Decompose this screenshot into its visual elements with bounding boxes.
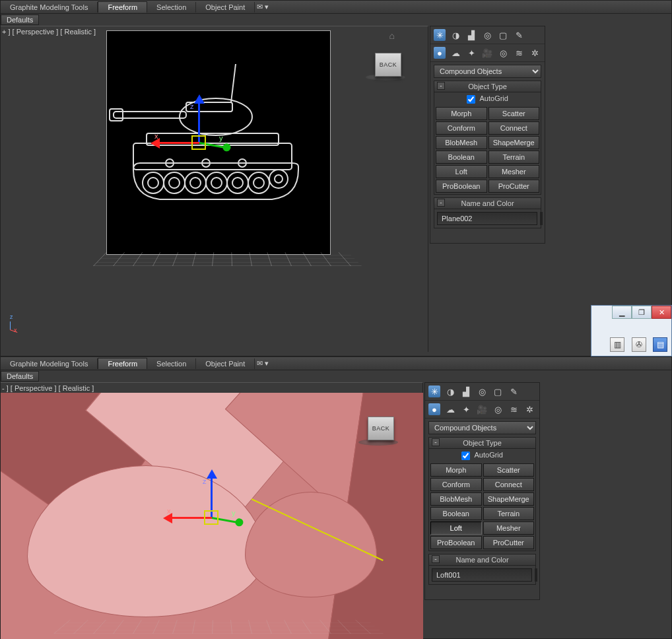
object-type-conform[interactable]: Conform	[436, 121, 487, 135]
object-type-morph[interactable]: Morph	[436, 107, 487, 120]
ribbon-tab-graphite[interactable]: Graphite Modeling Tools	[1, 358, 98, 369]
tool-icon-1[interactable]: ▥	[610, 337, 624, 352]
systems-icon[interactable]: ✲	[523, 403, 535, 415]
autogrid-checkbox[interactable]	[461, 452, 470, 460]
utilities-tab-icon[interactable]: ✎	[513, 29, 525, 41]
object-type-proboolean[interactable]: ProBoolean	[436, 180, 487, 193]
object-type-terrain[interactable]: Terrain	[483, 507, 535, 520]
rollout-head-object-type[interactable]: - Object Type	[429, 438, 535, 449]
window-minimize-button[interactable]: ▁	[612, 306, 632, 319]
defaults-button[interactable]: Defaults	[1, 371, 39, 382]
rollout-head-name-color[interactable]: - Name and Color	[429, 555, 535, 566]
create-tab-icon[interactable]: ✳	[434, 29, 446, 41]
category-dropdown[interactable]: Compound Objects	[428, 421, 536, 434]
color-swatch[interactable]	[535, 568, 537, 582]
lights-icon[interactable]: ✦	[465, 47, 477, 59]
collapse-icon[interactable]: -	[437, 82, 445, 90]
spacewarps-icon[interactable]: ≋	[508, 403, 520, 415]
viewport-top[interactable]: z x y	[106, 30, 331, 255]
object-type-proboolean[interactable]: ProBoolean	[430, 536, 482, 549]
hierarchy-tab-icon[interactable]: ▟	[460, 386, 472, 397]
defaults-button[interactable]: Defaults	[1, 15, 39, 25]
create-tab-icon[interactable]: ✳	[428, 386, 440, 397]
shapes-icon[interactable]: ☁	[450, 47, 461, 59]
ribbon-tab-objectpaint[interactable]: Object Paint	[196, 358, 255, 369]
viewport-label[interactable]: - ] [ Perspective ] [ Realistic ]	[2, 384, 94, 392]
viewport-bottom[interactable]: z x y BACK	[1, 393, 423, 639]
tool-icon-2[interactable]: ✇	[632, 337, 646, 352]
window-maximize-button[interactable]: ❐	[632, 306, 652, 319]
modify-tab-icon[interactable]: ◑	[450, 29, 461, 41]
object-name-input[interactable]	[437, 212, 537, 225]
object-type-blobmesh[interactable]: BlobMesh	[436, 136, 487, 149]
helpers-icon[interactable]: ◎	[497, 47, 509, 59]
object-name-input[interactable]	[432, 568, 532, 582]
object-type-morph[interactable]: Morph	[430, 463, 482, 477]
ribbon-tab-selection[interactable]: Selection	[147, 2, 196, 13]
rollout-head-name-color[interactable]: - Name and Color	[434, 198, 541, 209]
ribbon-tab-objectpaint[interactable]: Object Paint	[196, 2, 255, 13]
viewcube[interactable]: BACK	[368, 417, 394, 440]
spacewarps-icon[interactable]: ≋	[513, 47, 525, 59]
object-type-connect[interactable]: Connect	[488, 121, 540, 135]
object-type-shapemerge[interactable]: ShapeMerge	[488, 136, 540, 149]
motion-tab-icon[interactable]: ◎	[476, 386, 488, 397]
display-tab-icon[interactable]: ▢	[497, 29, 509, 41]
color-swatch[interactable]	[540, 212, 543, 225]
tool-icon-3[interactable]: ▤	[653, 337, 667, 352]
object-type-blobmesh[interactable]: BlobMesh	[430, 492, 482, 506]
window-close-button[interactable]: ✕	[652, 306, 671, 319]
ribbon-tab-freeform[interactable]: Freeform	[98, 358, 147, 369]
ribbon-tab-selection[interactable]: Selection	[147, 358, 196, 369]
object-type-terrain[interactable]: Terrain	[488, 151, 540, 164]
lights-icon[interactable]: ✦	[460, 403, 472, 415]
viewcube[interactable]: BACK	[375, 53, 401, 77]
svg-point-12	[190, 178, 201, 188]
category-dropdown[interactable]: Compound Objects	[434, 65, 541, 78]
ribbon-options-icon[interactable]: ✉ ▾	[255, 359, 271, 368]
object-type-mesher[interactable]: Mesher	[483, 521, 535, 535]
geometry-icon[interactable]: ●	[434, 47, 446, 59]
command-panel-bottom: ✳◑▟◎▢✎ ●☁✦🎥◎≋✲ Compound Objects - Object…	[424, 382, 540, 600]
object-type-procutter[interactable]: ProCutter	[488, 180, 540, 193]
utilities-tab-icon[interactable]: ✎	[508, 386, 520, 397]
ribbon-options-icon[interactable]: ✉ ▾	[255, 3, 271, 11]
rollout-name-color: - Name and Color	[434, 197, 541, 228]
modify-tab-icon[interactable]: ◑	[444, 386, 456, 397]
object-type-loft[interactable]: Loft	[436, 165, 487, 178]
collapse-icon[interactable]: -	[432, 438, 440, 446]
object-type-scatter[interactable]: Scatter	[488, 107, 540, 120]
object-type-loft[interactable]: Loft	[430, 521, 482, 535]
object-type-shapemerge[interactable]: ShapeMerge	[483, 492, 535, 506]
rollout-head-object-type[interactable]: - Object Type	[434, 81, 541, 92]
ground-grid	[53, 620, 384, 634]
svg-rect-3	[186, 102, 232, 112]
geometry-icon[interactable]: ●	[428, 403, 440, 415]
ribbon-tab-graphite[interactable]: Graphite Modeling Tools	[1, 2, 98, 13]
object-type-procutter[interactable]: ProCutter	[483, 536, 535, 549]
home-icon[interactable]: ⌂	[389, 30, 395, 41]
cameras-icon[interactable]: 🎥	[481, 47, 493, 59]
object-type-boolean[interactable]: Boolean	[436, 151, 487, 164]
cmd-top-tab-row: ✳◑▟◎▢✎	[430, 26, 545, 44]
viewport-label[interactable]: + ] [ Perspective ] [ Realistic ]	[2, 28, 96, 36]
object-type-scatter[interactable]: Scatter	[483, 463, 535, 477]
shapes-icon[interactable]: ☁	[444, 403, 456, 415]
object-type-conform[interactable]: Conform	[430, 478, 482, 491]
hierarchy-tab-icon[interactable]: ▟	[465, 29, 477, 41]
rollout-title: Name and Color	[461, 199, 514, 207]
motion-tab-icon[interactable]: ◎	[481, 29, 493, 41]
helpers-icon[interactable]: ◎	[492, 403, 504, 415]
object-type-mesher[interactable]: Mesher	[488, 165, 540, 178]
object-type-connect[interactable]: Connect	[483, 478, 535, 491]
object-type-boolean[interactable]: Boolean	[430, 507, 482, 520]
autogrid-checkbox[interactable]	[467, 95, 475, 104]
ribbon-tab-freeform[interactable]: Freeform	[98, 1, 147, 13]
collapse-icon[interactable]: -	[432, 555, 440, 563]
systems-icon[interactable]: ✲	[529, 47, 541, 59]
cameras-icon[interactable]: 🎥	[476, 403, 488, 415]
svg-point-16	[232, 178, 243, 188]
display-tab-icon[interactable]: ▢	[492, 386, 504, 397]
svg-point-14	[211, 178, 222, 188]
collapse-icon[interactable]: -	[437, 199, 445, 207]
